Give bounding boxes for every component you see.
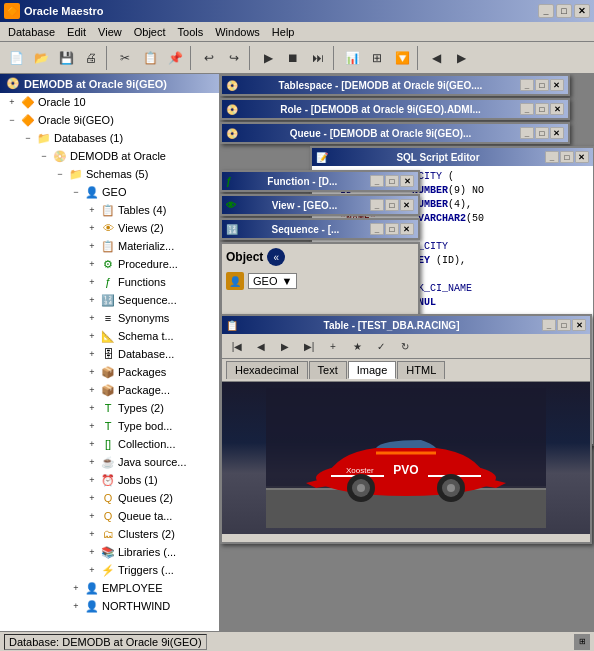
queue-close[interactable]: ✕	[550, 127, 564, 139]
queue-maximize[interactable]: □	[535, 127, 549, 139]
expander-tables[interactable]: +	[84, 202, 100, 218]
nav-star[interactable]: ★	[346, 336, 368, 356]
expander-types[interactable]: +	[84, 400, 100, 416]
expander-databases[interactable]: −	[20, 130, 36, 146]
view-maximize[interactable]: □	[385, 199, 399, 211]
tree-type-bodies[interactable]: + T Type bod...	[0, 417, 219, 435]
chart-button[interactable]: 📊	[340, 46, 364, 70]
menu-windows[interactable]: Windows	[209, 24, 266, 40]
tablespace-close[interactable]: ✕	[550, 79, 564, 91]
tree-schema-t[interactable]: + 📐 Schema t...	[0, 327, 219, 345]
view-title-bar[interactable]: 👁 View - [GEO... _ □ ✕	[222, 196, 418, 214]
tree-package-bodies[interactable]: + 📦 Package...	[0, 381, 219, 399]
tree-employee[interactable]: + 👤 EMPLOYEE	[0, 579, 219, 597]
expander-functions[interactable]: +	[84, 274, 100, 290]
nav-check[interactable]: ✓	[370, 336, 392, 356]
expander-libraries[interactable]: +	[84, 544, 100, 560]
expander-synonyms[interactable]: +	[84, 310, 100, 326]
menu-object[interactable]: Object	[128, 24, 172, 40]
nav-last[interactable]: ▶|	[298, 336, 320, 356]
sql-editor-maximize[interactable]: □	[560, 151, 574, 163]
tree-triggers[interactable]: + ⚡ Triggers (...	[0, 561, 219, 579]
nav-refresh[interactable]: ↻	[394, 336, 416, 356]
function-title-bar[interactable]: ƒ Function - [D... _ □ ✕	[222, 172, 418, 190]
tree-sequences[interactable]: + 🔢 Sequence...	[0, 291, 219, 309]
function-minimize[interactable]: _	[370, 175, 384, 187]
sql-editor-title-bar[interactable]: 📝 SQL Script Editor _ □ ✕	[312, 148, 593, 166]
queue-title-bar[interactable]: 📀 Queue - [DEMODB at Oracle 9i(GEO)... _…	[222, 124, 568, 142]
menu-edit[interactable]: Edit	[61, 24, 92, 40]
grid-button[interactable]: ⊞	[365, 46, 389, 70]
table-viewer-maximize[interactable]: □	[557, 319, 571, 331]
view-minimize[interactable]: _	[370, 199, 384, 211]
view-win-controls[interactable]: _ □ ✕	[370, 199, 414, 211]
prev-button[interactable]: ◀	[424, 46, 448, 70]
tree-clusters[interactable]: + 🗂 Clusters (2)	[0, 525, 219, 543]
menu-database[interactable]: Database	[2, 24, 61, 40]
sequence-maximize[interactable]: □	[385, 223, 399, 235]
expander-procedures[interactable]: +	[84, 256, 100, 272]
queue-win-controls[interactable]: _ □ ✕	[520, 127, 564, 139]
tree-databases[interactable]: − 📁 Databases (1)	[0, 129, 219, 147]
view-close[interactable]: ✕	[400, 199, 414, 211]
expander-triggers[interactable]: +	[84, 562, 100, 578]
sequence-title-bar[interactable]: 🔢 Sequence - [... _ □ ✕	[222, 220, 418, 238]
step-button[interactable]: ⏭	[306, 46, 330, 70]
tablespace-minimize[interactable]: _	[520, 79, 534, 91]
role-win-controls[interactable]: _ □ ✕	[520, 103, 564, 115]
role-title-bar[interactable]: 📀 Role - [DEMODB at Oracle 9i(GEO).ADMI.…	[222, 100, 568, 118]
save-button[interactable]: 💾	[54, 46, 78, 70]
expander-clusters[interactable]: +	[84, 526, 100, 542]
table-viewer-title-bar[interactable]: 📋 Table - [TEST_DBA.RACING] _ □ ✕	[222, 316, 590, 334]
role-maximize[interactable]: □	[535, 103, 549, 115]
sequence-close[interactable]: ✕	[400, 223, 414, 235]
table-viewer-minimize[interactable]: _	[542, 319, 556, 331]
tree-collections[interactable]: + [] Collection...	[0, 435, 219, 453]
tree-queues[interactable]: + Q Queues (2)	[0, 489, 219, 507]
menu-tools[interactable]: Tools	[172, 24, 210, 40]
sql-editor-minimize[interactable]: _	[545, 151, 559, 163]
tree-queue-tables[interactable]: + Q Queue ta...	[0, 507, 219, 525]
stop-button[interactable]: ⏹	[281, 46, 305, 70]
expander-views[interactable]: +	[84, 220, 100, 236]
expander-java-sources[interactable]: +	[84, 454, 100, 470]
tree-tables[interactable]: + 📋 Tables (4)	[0, 201, 219, 219]
expander-queues[interactable]: +	[84, 490, 100, 506]
expander-schema-t[interactable]: +	[84, 328, 100, 344]
role-minimize[interactable]: _	[520, 103, 534, 115]
table-viewer-close[interactable]: ✕	[572, 319, 586, 331]
expander-queue-tables[interactable]: +	[84, 508, 100, 524]
object-collapse-button[interactable]: «	[267, 248, 285, 266]
expander-northwind[interactable]: +	[68, 598, 84, 614]
expander-matviews[interactable]: +	[84, 238, 100, 254]
expander-schemas[interactable]: −	[52, 166, 68, 182]
tree-oracle10[interactable]: + 🔶 Oracle 10	[0, 93, 219, 111]
expander-jobs[interactable]: +	[84, 472, 100, 488]
tab-image[interactable]: Image	[348, 361, 397, 379]
maximize-button[interactable]: □	[556, 4, 572, 18]
queue-minimize[interactable]: _	[520, 127, 534, 139]
menu-help[interactable]: Help	[266, 24, 301, 40]
tree-libraries[interactable]: + 📚 Libraries (...	[0, 543, 219, 561]
expander-demodb[interactable]: −	[36, 148, 52, 164]
tree-database-links[interactable]: + 🗄 Database...	[0, 345, 219, 363]
tree-schemas[interactable]: − 📁 Schemas (5)	[0, 165, 219, 183]
nav-first[interactable]: |◀	[226, 336, 248, 356]
tab-text[interactable]: Text	[309, 361, 347, 379]
tablespace-title-bar[interactable]: 📀 Tablespace - [DEMODB at Oracle 9i(GEO.…	[222, 76, 568, 94]
tree-synonyms[interactable]: + ≡ Synonyms	[0, 309, 219, 327]
tree-geo[interactable]: − 👤 GEO	[0, 183, 219, 201]
tab-html[interactable]: HTML	[397, 361, 445, 379]
next-button[interactable]: ▶	[449, 46, 473, 70]
menu-view[interactable]: View	[92, 24, 128, 40]
function-maximize[interactable]: □	[385, 175, 399, 187]
expander-sequences[interactable]: +	[84, 292, 100, 308]
expander-packages[interactable]: +	[84, 364, 100, 380]
copy-button[interactable]: 📋	[138, 46, 162, 70]
expander-database-links[interactable]: +	[84, 346, 100, 362]
expander-oracle10[interactable]: +	[4, 94, 20, 110]
expander-collections[interactable]: +	[84, 436, 100, 452]
tree-jobs[interactable]: + ⏰ Jobs (1)	[0, 471, 219, 489]
open-button[interactable]: 📂	[29, 46, 53, 70]
window-controls[interactable]: _ □ ✕	[538, 4, 590, 18]
